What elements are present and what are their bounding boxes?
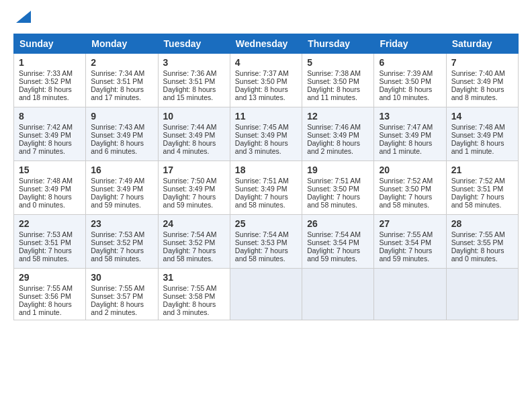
svg-marker-0 (16, 11, 31, 23)
empty-cell (230, 269, 302, 320)
day-cell-7: 7Sunrise: 7:40 AMSunset: 3:49 PMDaylight… (446, 54, 518, 107)
sunset-line: Sunset: 3:50 PM (379, 77, 441, 85)
day-cell-25: 25Sunrise: 7:54 AMSunset: 3:53 PMDayligh… (230, 215, 302, 269)
day-cell-27: 27Sunrise: 7:55 AMSunset: 3:54 PMDayligh… (374, 215, 446, 269)
day-cell-16: 16Sunrise: 7:49 AMSunset: 3:49 PMDayligh… (86, 161, 158, 215)
calendar-table: SundayMondayTuesdayWednesdayThursdayFrid… (13, 34, 519, 320)
sunrise-line: Sunrise: 7:39 AM (379, 69, 441, 77)
day-cell-3: 3Sunrise: 7:36 AMSunset: 3:51 PMDaylight… (158, 54, 230, 107)
sunrise-line: Sunrise: 7:54 AM (163, 230, 225, 238)
day-cell-8: 8Sunrise: 7:42 AMSunset: 3:49 PMDaylight… (14, 107, 86, 161)
day-number: 10 (163, 111, 225, 122)
daylight-line: Daylight: 8 hours and 1 minute. (379, 139, 441, 155)
sunset-line: Sunset: 3:53 PM (235, 238, 297, 246)
header (13, 12, 519, 27)
sunset-line: Sunset: 3:52 PM (19, 77, 81, 85)
day-cell-17: 17Sunrise: 7:50 AMSunset: 3:49 PMDayligh… (158, 161, 230, 215)
sunset-line: Sunset: 3:52 PM (163, 238, 225, 246)
sunrise-line: Sunrise: 7:37 AM (235, 69, 297, 77)
day-cell-11: 11Sunrise: 7:45 AMSunset: 3:49 PMDayligh… (230, 107, 302, 161)
daylight-line: Daylight: 7 hours and 59 minutes. (91, 193, 152, 209)
day-cell-1: 1Sunrise: 7:33 AMSunset: 3:52 PMDaylight… (14, 54, 86, 107)
daylight-line: Daylight: 7 hours and 58 minutes. (451, 193, 513, 209)
col-header-tuesday: Tuesday (158, 34, 230, 54)
sunset-line: Sunset: 3:54 PM (307, 238, 369, 246)
col-header-monday: Monday (86, 34, 158, 54)
sunrise-line: Sunrise: 7:55 AM (163, 284, 225, 292)
day-number: 3 (163, 57, 225, 68)
sunset-line: Sunset: 3:49 PM (19, 131, 81, 139)
sunset-line: Sunset: 3:51 PM (163, 77, 225, 85)
day-cell-18: 18Sunrise: 7:51 AMSunset: 3:49 PMDayligh… (230, 161, 302, 215)
sunset-line: Sunset: 3:49 PM (91, 185, 152, 193)
daylight-line: Daylight: 7 hours and 58 minutes. (91, 246, 152, 263)
calendar-header-row: SundayMondayTuesdayWednesdayThursdayFrid… (14, 34, 519, 54)
logo (13, 12, 31, 27)
daylight-line: Daylight: 8 hours and 0 minutes. (19, 193, 81, 209)
sunrise-line: Sunrise: 7:33 AM (19, 69, 81, 77)
sunrise-line: Sunrise: 7:34 AM (91, 69, 152, 77)
day-cell-29: 29Sunrise: 7:55 AMSunset: 3:56 PMDayligh… (14, 269, 86, 320)
day-cell-21: 21Sunrise: 7:52 AMSunset: 3:51 PMDayligh… (446, 161, 518, 215)
day-number: 29 (19, 272, 81, 283)
sunrise-line: Sunrise: 7:52 AM (451, 177, 513, 185)
sunset-line: Sunset: 3:55 PM (451, 238, 513, 246)
calendar-week-2: 8Sunrise: 7:42 AMSunset: 3:49 PMDaylight… (14, 107, 519, 161)
daylight-line: Daylight: 8 hours and 13 minutes. (235, 85, 297, 101)
day-number: 9 (91, 111, 152, 122)
calendar-week-1: 1Sunrise: 7:33 AMSunset: 3:52 PMDaylight… (14, 54, 519, 107)
sunrise-line: Sunrise: 7:51 AM (307, 177, 369, 185)
sunset-line: Sunset: 3:50 PM (235, 77, 297, 85)
sunset-line: Sunset: 3:49 PM (163, 131, 225, 139)
day-number: 1 (19, 57, 81, 68)
sunset-line: Sunset: 3:52 PM (91, 238, 152, 246)
day-number: 4 (235, 57, 297, 68)
day-cell-5: 5Sunrise: 7:38 AMSunset: 3:50 PMDaylight… (302, 54, 374, 107)
daylight-line: Daylight: 8 hours and 18 minutes. (19, 85, 81, 101)
daylight-line: Daylight: 7 hours and 58 minutes. (19, 246, 81, 263)
sunset-line: Sunset: 3:50 PM (307, 77, 369, 85)
day-cell-12: 12Sunrise: 7:46 AMSunset: 3:49 PMDayligh… (302, 107, 374, 161)
sunrise-line: Sunrise: 7:45 AM (235, 123, 297, 131)
sunset-line: Sunset: 3:49 PM (235, 131, 297, 139)
sunrise-line: Sunrise: 7:55 AM (91, 284, 152, 292)
daylight-line: Daylight: 8 hours and 0 minutes. (451, 246, 513, 263)
sunset-line: Sunset: 3:56 PM (19, 292, 81, 300)
day-cell-14: 14Sunrise: 7:48 AMSunset: 3:49 PMDayligh… (446, 107, 518, 161)
day-number: 22 (19, 218, 81, 229)
daylight-line: Daylight: 7 hours and 58 minutes. (307, 193, 369, 209)
day-cell-22: 22Sunrise: 7:53 AMSunset: 3:51 PMDayligh… (14, 215, 86, 269)
day-cell-28: 28Sunrise: 7:55 AMSunset: 3:55 PMDayligh… (446, 215, 518, 269)
day-cell-26: 26Sunrise: 7:54 AMSunset: 3:54 PMDayligh… (302, 215, 374, 269)
daylight-line: Daylight: 8 hours and 7 minutes. (19, 139, 81, 155)
calendar-week-3: 15Sunrise: 7:48 AMSunset: 3:49 PMDayligh… (14, 161, 519, 215)
day-number: 23 (91, 218, 152, 229)
sunrise-line: Sunrise: 7:47 AM (379, 123, 441, 131)
daylight-line: Daylight: 7 hours and 59 minutes. (379, 246, 441, 263)
sunset-line: Sunset: 3:49 PM (307, 131, 369, 139)
day-number: 5 (307, 57, 369, 68)
sunset-line: Sunset: 3:57 PM (91, 292, 152, 300)
sunset-line: Sunset: 3:54 PM (379, 238, 441, 246)
sunrise-line: Sunrise: 7:43 AM (91, 123, 152, 131)
sunset-line: Sunset: 3:58 PM (163, 292, 225, 300)
daylight-line: Daylight: 8 hours and 6 minutes. (91, 139, 152, 155)
day-number: 15 (19, 165, 81, 175)
sunrise-line: Sunrise: 7:36 AM (163, 69, 225, 77)
day-number: 20 (379, 165, 441, 175)
calendar-week-5: 29Sunrise: 7:55 AMSunset: 3:56 PMDayligh… (14, 269, 519, 320)
daylight-line: Daylight: 8 hours and 2 minutes. (91, 300, 152, 316)
day-cell-23: 23Sunrise: 7:53 AMSunset: 3:52 PMDayligh… (86, 215, 158, 269)
empty-cell (302, 269, 374, 320)
sunrise-line: Sunrise: 7:50 AM (163, 177, 225, 185)
day-number: 16 (91, 165, 152, 175)
daylight-line: Daylight: 7 hours and 58 minutes. (379, 193, 441, 209)
day-number: 24 (163, 218, 225, 229)
day-cell-4: 4Sunrise: 7:37 AMSunset: 3:50 PMDaylight… (230, 54, 302, 107)
sunrise-line: Sunrise: 7:38 AM (307, 69, 369, 77)
sunset-line: Sunset: 3:49 PM (451, 77, 513, 85)
day-cell-2: 2Sunrise: 7:34 AMSunset: 3:51 PMDaylight… (86, 54, 158, 107)
logo-triangle-icon (16, 11, 31, 23)
daylight-line: Daylight: 7 hours and 58 minutes. (235, 246, 297, 263)
day-number: 13 (379, 111, 441, 122)
